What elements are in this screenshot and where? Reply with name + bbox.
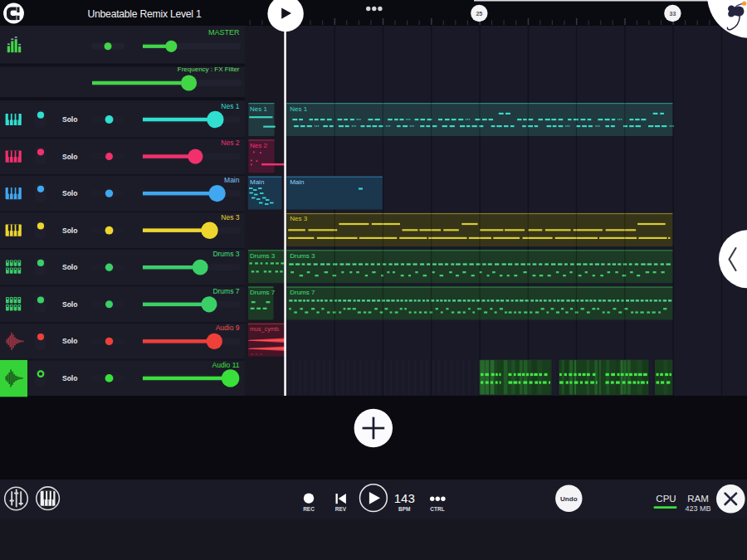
svg-text:Undo: Undo — [560, 495, 578, 503]
svg-text:Solo: Solo — [62, 337, 77, 345]
svg-text:Main: Main — [224, 176, 240, 184]
svg-text:Main: Main — [290, 178, 304, 186]
svg-text:Nes 1: Nes 1 — [250, 105, 267, 113]
svg-text:Solo: Solo — [62, 115, 77, 124]
svg-text:Drums 7: Drums 7 — [250, 289, 276, 296]
svg-text:Drums 7: Drums 7 — [212, 287, 239, 295]
svg-text:Nes 3: Nes 3 — [221, 213, 239, 222]
svg-text:Main: Main — [250, 178, 264, 186]
svg-text:Nes 2: Nes 2 — [221, 139, 239, 147]
svg-text:Audio 11: Audio 11 — [212, 361, 240, 369]
svg-text:BPM: BPM — [398, 506, 410, 512]
svg-text:Drums 7: Drums 7 — [290, 289, 315, 296]
svg-text:mus_cymb.: mus_cymb. — [250, 325, 281, 333]
svg-text:Solo: Solo — [62, 153, 77, 161]
svg-text:143: 143 — [394, 491, 415, 505]
svg-text:Solo: Solo — [62, 300, 77, 309]
svg-text:CTRL: CTRL — [430, 506, 444, 512]
svg-text:Nes 3: Nes 3 — [290, 215, 307, 222]
svg-text:Nes 2: Nes 2 — [250, 142, 267, 149]
svg-text:Unbeatable Remix Level 1: Unbeatable Remix Level 1 — [88, 8, 202, 20]
svg-text:Drums 3: Drums 3 — [212, 250, 239, 258]
svg-text:Solo: Solo — [62, 226, 77, 235]
svg-text:Frequency : FX Filter: Frequency : FX Filter — [178, 66, 240, 73]
svg-text:423 MB: 423 MB — [685, 504, 710, 513]
svg-text:Solo: Solo — [62, 263, 77, 271]
svg-text:Solo: Solo — [62, 189, 77, 197]
svg-text:25: 25 — [476, 11, 482, 17]
svg-text:Solo: Solo — [62, 374, 77, 382]
svg-text:Drums 3: Drums 3 — [290, 252, 315, 260]
svg-text:REC: REC — [303, 506, 315, 512]
svg-text:Nes 1: Nes 1 — [290, 105, 307, 113]
svg-text:Nes 1: Nes 1 — [221, 102, 239, 110]
svg-text:REV: REV — [335, 506, 347, 512]
svg-text:Drums 3: Drums 3 — [250, 252, 276, 260]
svg-text:CPU: CPU — [656, 494, 676, 504]
svg-text:Audio 9: Audio 9 — [216, 324, 240, 332]
svg-text:RAM: RAM — [687, 494, 709, 504]
svg-text:33: 33 — [670, 11, 676, 17]
svg-text:MASTER: MASTER — [208, 28, 240, 37]
